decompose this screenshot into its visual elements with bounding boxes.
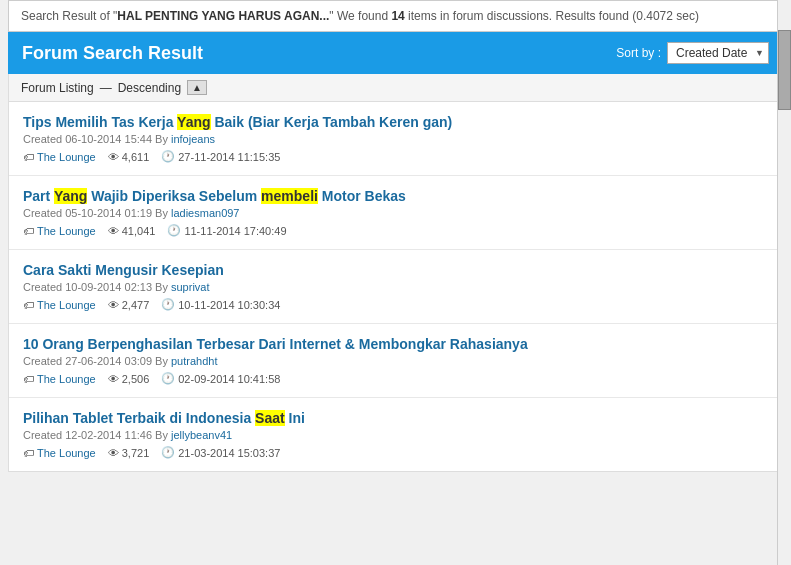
highlight: Saat bbox=[255, 410, 285, 426]
last-date: 02-09-2014 10:41:58 bbox=[178, 373, 280, 385]
result-title: Part Yang Wajib Diperiksa Sebelum membel… bbox=[23, 188, 768, 204]
tag-item: 🏷 The Lounge bbox=[23, 151, 96, 163]
tag-icon: 🏷 bbox=[23, 299, 34, 311]
views-icon: 👁 bbox=[108, 299, 119, 311]
last-date: 10-11-2014 10:30:34 bbox=[178, 299, 280, 311]
result-meta: Created 10-09-2014 02:13 By suprivat bbox=[23, 281, 768, 293]
search-query: HAL PENTING YANG HARUS AGAN... bbox=[117, 9, 329, 23]
result-item: Part Yang Wajib Diperiksa Sebelum membel… bbox=[9, 176, 782, 250]
clock-icon: 🕐 bbox=[161, 150, 175, 163]
result-title: Pilihan Tablet Terbaik di Indonesia Saat… bbox=[23, 410, 768, 426]
last-date: 11-11-2014 17:40:49 bbox=[184, 225, 286, 237]
result-item: Tips Memilih Tas Kerja Yang Baik (Biar K… bbox=[9, 102, 782, 176]
toggle-order-button[interactable]: ▲ bbox=[187, 80, 207, 95]
views-item: 👁 41,041 bbox=[108, 225, 156, 237]
tag-icon: 🏷 bbox=[23, 225, 34, 237]
tag-icon: 🏷 bbox=[23, 447, 34, 459]
views-icon: 👁 bbox=[108, 225, 119, 237]
result-tags: 🏷 The Lounge 👁 2,477 🕐 10-11-2014 10:30:… bbox=[23, 298, 768, 311]
sort-by-label: Sort by : bbox=[616, 46, 661, 60]
results-container: Tips Memilih Tas Kerja Yang Baik (Biar K… bbox=[8, 102, 783, 472]
clock-icon: 🕐 bbox=[161, 298, 175, 311]
highlight: membeli bbox=[261, 188, 318, 204]
sort-dropdown[interactable]: Created Date Views Replies bbox=[667, 42, 769, 64]
listing-separator: — bbox=[100, 81, 112, 95]
sort-dropdown-wrapper[interactable]: Created Date Views Replies bbox=[667, 42, 769, 64]
result-item: Pilihan Tablet Terbaik di Indonesia Saat… bbox=[9, 398, 782, 471]
result-count: 14 bbox=[391, 9, 404, 23]
author-link[interactable]: ladiesman097 bbox=[171, 207, 240, 219]
last-date: 27-11-2014 11:15:35 bbox=[178, 151, 280, 163]
date-item: 🕐 11-11-2014 17:40:49 bbox=[167, 224, 286, 237]
date-item: 🕐 27-11-2014 11:15:35 bbox=[161, 150, 280, 163]
date-item: 🕐 02-09-2014 10:41:58 bbox=[161, 372, 280, 385]
views-count: 4,611 bbox=[122, 151, 150, 163]
scrollbar-thumb[interactable] bbox=[778, 30, 791, 110]
views-count: 3,721 bbox=[122, 447, 150, 459]
tag-item: 🏷 The Lounge bbox=[23, 225, 96, 237]
scrollbar-track bbox=[777, 0, 791, 472]
result-item: 10 Orang Berpenghasilan Terbesar Dari In… bbox=[9, 324, 782, 398]
tag-link[interactable]: The Lounge bbox=[37, 447, 96, 459]
forum-listing-bar: Forum Listing — Descending ▲ bbox=[8, 74, 783, 102]
clock-icon: 🕐 bbox=[167, 224, 181, 237]
result-tags: 🏷 The Lounge 👁 4,611 🕐 27-11-2014 11:15:… bbox=[23, 150, 768, 163]
result-tags: 🏷 The Lounge 👁 2,506 🕐 02-09-2014 10:41:… bbox=[23, 372, 768, 385]
tag-item: 🏷 The Lounge bbox=[23, 447, 96, 459]
result-title: Cara Sakti Mengusir Kesepian bbox=[23, 262, 768, 278]
views-item: 👁 3,721 bbox=[108, 447, 150, 459]
highlight: Yang bbox=[54, 188, 87, 204]
views-count: 2,477 bbox=[122, 299, 150, 311]
author-link[interactable]: putrahdht bbox=[171, 355, 217, 367]
result-meta: Created 12-02-2014 11:46 By jellybeanv41 bbox=[23, 429, 768, 441]
views-item: 👁 4,611 bbox=[108, 151, 150, 163]
clock-icon: 🕐 bbox=[161, 372, 175, 385]
result-item: Cara Sakti Mengusir Kesepian Created 10-… bbox=[9, 250, 782, 324]
search-info-bar: Search Result of "HAL PENTING YANG HARUS… bbox=[8, 0, 783, 32]
date-item: 🕐 10-11-2014 10:30:34 bbox=[161, 298, 280, 311]
last-date: 21-03-2014 15:03:37 bbox=[178, 447, 280, 459]
author-link[interactable]: jellybeanv41 bbox=[171, 429, 232, 441]
tag-icon: 🏷 bbox=[23, 151, 34, 163]
highlight: Yang bbox=[177, 114, 210, 130]
clock-icon: 🕐 bbox=[161, 446, 175, 459]
result-meta: Created 27-06-2014 03:09 By putrahdht bbox=[23, 355, 768, 367]
result-link[interactable]: Pilihan Tablet Terbaik di Indonesia Saat… bbox=[23, 410, 305, 426]
sort-by-area: Sort by : Created Date Views Replies bbox=[616, 42, 769, 64]
page-title: Forum Search Result bbox=[22, 43, 203, 64]
forum-listing-label: Forum Listing bbox=[21, 81, 94, 95]
result-tags: 🏷 The Lounge 👁 41,041 🕐 11-11-2014 17:40… bbox=[23, 224, 768, 237]
tag-link[interactable]: The Lounge bbox=[37, 151, 96, 163]
forum-header: Forum Search Result Sort by : Created Da… bbox=[8, 32, 783, 74]
views-count: 41,041 bbox=[122, 225, 156, 237]
result-title: 10 Orang Berpenghasilan Terbesar Dari In… bbox=[23, 336, 768, 352]
result-link[interactable]: 10 Orang Berpenghasilan Terbesar Dari In… bbox=[23, 336, 528, 352]
date-item: 🕐 21-03-2014 15:03:37 bbox=[161, 446, 280, 459]
views-icon: 👁 bbox=[108, 373, 119, 385]
listing-order: Descending bbox=[118, 81, 181, 95]
result-link[interactable]: Cara Sakti Mengusir Kesepian bbox=[23, 262, 224, 278]
views-item: 👁 2,506 bbox=[108, 373, 150, 385]
views-icon: 👁 bbox=[108, 447, 119, 459]
tag-item: 🏷 The Lounge bbox=[23, 299, 96, 311]
author-link[interactable]: suprivat bbox=[171, 281, 210, 293]
result-link[interactable]: Tips Memilih Tas Kerja Yang Baik (Biar K… bbox=[23, 114, 452, 130]
tag-icon: 🏷 bbox=[23, 373, 34, 385]
views-count: 2,506 bbox=[122, 373, 150, 385]
views-item: 👁 2,477 bbox=[108, 299, 150, 311]
result-link[interactable]: Part Yang Wajib Diperiksa Sebelum membel… bbox=[23, 188, 406, 204]
tag-link[interactable]: The Lounge bbox=[37, 299, 96, 311]
tag-link[interactable]: The Lounge bbox=[37, 373, 96, 385]
result-meta: Created 05-10-2014 01:19 By ladiesman097 bbox=[23, 207, 768, 219]
result-meta: Created 06-10-2014 15:44 By infojeans bbox=[23, 133, 768, 145]
author-link[interactable]: infojeans bbox=[171, 133, 215, 145]
views-icon: 👁 bbox=[108, 151, 119, 163]
result-title: Tips Memilih Tas Kerja Yang Baik (Biar K… bbox=[23, 114, 768, 130]
tag-item: 🏷 The Lounge bbox=[23, 373, 96, 385]
result-tags: 🏷 The Lounge 👁 3,721 🕐 21-03-2014 15:03:… bbox=[23, 446, 768, 459]
tag-link[interactable]: The Lounge bbox=[37, 225, 96, 237]
